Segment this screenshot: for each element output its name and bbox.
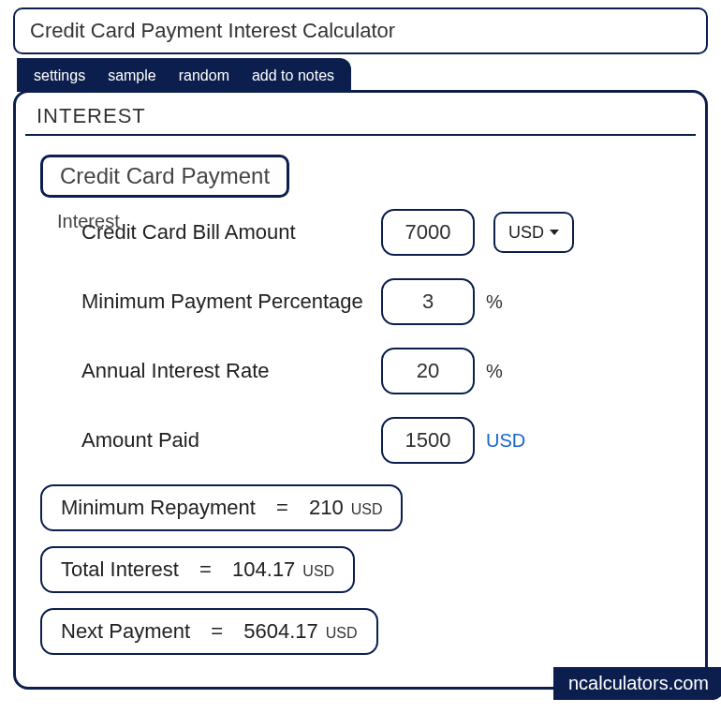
- chevron-down-icon: [550, 230, 559, 235]
- result-value: 5604.17: [243, 619, 318, 644]
- main-panel: INTEREST Credit Card Payment Interest Cr…: [13, 90, 708, 690]
- input-min-payment-pct[interactable]: 3: [381, 278, 475, 325]
- label-bill-amount: Credit Card Bill Amount: [81, 219, 381, 245]
- tab-add-to-notes[interactable]: add to notes: [241, 62, 346, 90]
- result-value: 210: [309, 496, 344, 520]
- result-total-interest: Total Interest = 104.17 USD: [40, 546, 355, 593]
- input-amount-paid[interactable]: 1500: [381, 417, 475, 464]
- label-amount-paid: Amount Paid: [81, 427, 381, 453]
- label-min-payment-pct: Minimum Payment Percentage: [81, 289, 381, 315]
- row-min-payment-pct: Minimum Payment Percentage 3 %: [81, 276, 686, 327]
- currency-select[interactable]: USD: [493, 212, 574, 253]
- result-unit: USD: [302, 563, 334, 580]
- result-label: Next Payment: [61, 619, 190, 644]
- result-unit: USD: [326, 625, 358, 642]
- ghost-label: Interest: [57, 211, 120, 232]
- currency-select-label: USD: [508, 223, 544, 243]
- result-label: Minimum Repayment: [61, 496, 256, 520]
- result-value: 104.17: [232, 557, 295, 582]
- tab-sample[interactable]: sample: [96, 62, 168, 90]
- input-annual-rate[interactable]: 20: [381, 348, 475, 394]
- label-annual-rate: Annual Interest Rate: [81, 358, 381, 384]
- tab-bar: settings sample random add to notes: [17, 58, 351, 92]
- tab-random[interactable]: random: [168, 62, 241, 90]
- watermark: ncalculators.com: [553, 667, 721, 700]
- row-annual-rate: Annual Interest Rate 20 %: [81, 346, 686, 396]
- result-label: Total Interest: [61, 557, 179, 582]
- unit-percent: %: [486, 291, 503, 313]
- result-unit: USD: [351, 501, 383, 518]
- input-bill-amount[interactable]: 7000: [381, 209, 475, 256]
- tab-settings[interactable]: settings: [22, 62, 96, 90]
- category-pill: Credit Card Payment: [40, 155, 289, 198]
- page-title: Credit Card Payment Interest Calculator: [13, 7, 708, 54]
- section-heading: INTEREST: [25, 102, 696, 136]
- unit-usd: USD: [486, 430, 525, 452]
- result-min-repayment: Minimum Repayment = 210 USD: [40, 484, 403, 531]
- row-amount-paid: Amount Paid 1500 USD: [81, 415, 686, 466]
- result-next-payment: Next Payment = 5604.17 USD: [40, 608, 378, 655]
- unit-percent: %: [486, 361, 503, 382]
- input-form: Credit Card Bill Amount 7000 USD Minimum…: [81, 207, 686, 466]
- row-bill-amount: Credit Card Bill Amount 7000 USD: [81, 207, 686, 258]
